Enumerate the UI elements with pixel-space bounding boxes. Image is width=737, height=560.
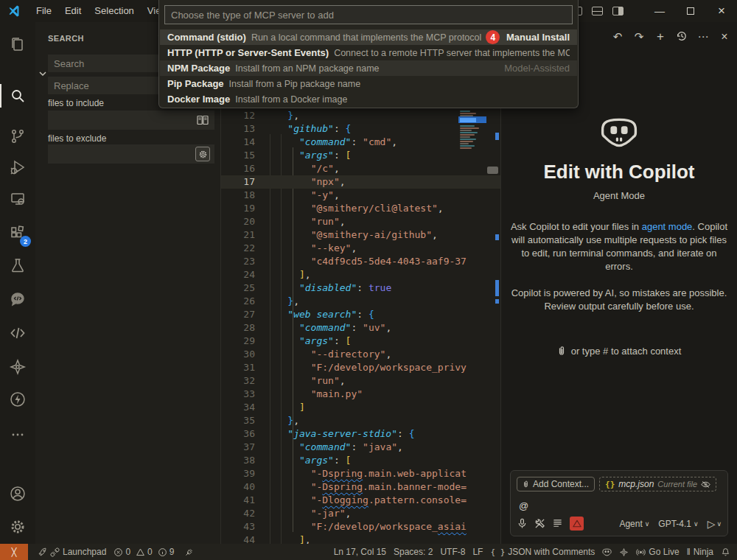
code-line-27[interactable]: 27 "web search": { [221, 308, 501, 321]
editor-scrollbar[interactable] [486, 87, 501, 544]
code-line-42[interactable]: 42 "-jar", [221, 507, 501, 520]
code-line-28[interactable]: 28 "command": "uv", [221, 321, 501, 335]
code-line-29[interactable]: 29 "args": [ [221, 335, 501, 348]
line-number: 43 [221, 520, 255, 533]
remote-indicator[interactable]: ╳ [0, 544, 28, 560]
code-line-38[interactable]: 38 "args": [ [221, 454, 501, 467]
model-picker[interactable]: GPT-4.1∨ [658, 519, 698, 529]
code-line-30[interactable]: 30 "--directory", [221, 348, 501, 361]
add-context-button[interactable]: Add Context... [517, 477, 595, 491]
quickpick-item-pip[interactable]: Pip Package Install from a Pip package n… [160, 76, 577, 91]
code-line-36[interactable]: 36 "java-server-stdio": { [221, 427, 501, 441]
run-debug-icon[interactable] [0, 153, 35, 182]
ninja-status[interactable] [615, 544, 632, 560]
code-line-32[interactable]: 32 "run", [221, 374, 501, 388]
notifications-item[interactable] [717, 544, 734, 560]
code-line-19[interactable]: 19 "@smithery/cli@latest", [221, 202, 501, 215]
quickpick-input[interactable] [164, 5, 573, 24]
code-line-43[interactable]: 43 "F:/develop/workspace_asiai [221, 520, 501, 533]
files-to-include-input[interactable] [48, 111, 214, 130]
close-panel-icon[interactable]: × [718, 30, 731, 43]
code-line-35[interactable]: 35 }, [221, 414, 501, 427]
redo-icon[interactable]: ↷ [632, 30, 646, 43]
toggle-secondary-sidebar-icon[interactable] [612, 7, 624, 15]
history-icon[interactable] [675, 30, 688, 44]
thunder-client-icon[interactable] [0, 385, 35, 414]
new-chat-icon[interactable]: + [654, 29, 667, 44]
copilot-status[interactable] [598, 544, 615, 560]
source-control-icon[interactable] [0, 122, 35, 151]
eol-sequence[interactable]: LF [469, 544, 486, 560]
search-icon[interactable] [0, 81, 35, 111]
quickpick-item-docker[interactable]: Docker Image Install from a Docker image [160, 91, 577, 107]
code-line-22[interactable]: 22 "--key", [221, 242, 501, 255]
open-editors-book-icon[interactable] [196, 113, 209, 130]
code-line-44[interactable]: 44 ], [221, 533, 501, 544]
code-line-20[interactable]: 20 "run", [221, 215, 501, 228]
context-chip-mcp-json[interactable]: {} mcp.json Current file [599, 477, 716, 491]
menu-selection[interactable]: Selection [88, 0, 140, 22]
pause-icon: ‖ [687, 547, 691, 557]
line-number: 33 [221, 388, 255, 401]
language-mode[interactable]: { } JSON with Comments [486, 544, 598, 560]
code-line-39[interactable]: 39 "-Dspring.main.web-applicat [221, 467, 501, 480]
code-brackets-icon[interactable] [0, 318, 35, 348]
eye-off-icon[interactable] [701, 480, 710, 489]
explorer-icon[interactable] [0, 29, 35, 59]
tools-icon[interactable] [534, 518, 545, 529]
menu-file[interactable]: File [29, 0, 58, 22]
code-line-23[interactable]: 23 "c4df9cd5-5de4-4043-aaf9-37 [221, 255, 501, 268]
ports-item[interactable] [181, 544, 198, 560]
chat-code-icon[interactable] [0, 284, 35, 314]
minimap[interactable] [458, 109, 486, 197]
scrollbar-thumb[interactable] [487, 167, 498, 174]
problems-item[interactable]: 0 0 9 [110, 547, 181, 557]
account-icon[interactable] [0, 479, 35, 508]
line-number: 25 [221, 281, 255, 295]
indentation[interactable]: Spaces: 2 [390, 544, 436, 560]
warning-icon[interactable] [570, 517, 584, 531]
chat-input-box[interactable]: Add Context... {} mcp.json Current file … [510, 470, 728, 536]
quickpick-item-http[interactable]: HTTP (HTTP or Server-Sent Events) Connec… [160, 45, 577, 60]
code-line-25[interactable]: 25 "disabled": true [221, 281, 501, 295]
quickpick-item-command-stdio[interactable]: Command (stdio) Run a local command that… [160, 29, 577, 45]
code-line-40[interactable]: 40 "-Dspring.main.banner-mode= [221, 480, 501, 494]
send-button[interactable]: ▷∨ [708, 518, 722, 530]
extensions-icon[interactable]: 2 [0, 219, 35, 248]
mic-icon[interactable] [517, 518, 528, 529]
launchpad-item[interactable]: Launchpad [34, 544, 110, 560]
code-line-37[interactable]: 37 "command": "java", [221, 441, 501, 454]
mcp-servers-icon[interactable] [552, 518, 563, 529]
undo-icon[interactable]: ↶ [611, 30, 624, 43]
code-line-26[interactable]: 26 }, [221, 295, 501, 308]
close-button[interactable]: × [706, 0, 737, 22]
code-line-41[interactable]: 41 "-Dlogging.pattern.console= [221, 494, 501, 507]
code-line-24[interactable]: 24 ], [221, 268, 501, 281]
minimize-button[interactable]: — [644, 0, 675, 22]
menu-edit[interactable]: Edit [58, 0, 88, 22]
chat-typed-text[interactable]: @ [519, 500, 528, 511]
code-line-34[interactable]: 34 ] [221, 401, 501, 414]
encoding[interactable]: UTF-8 [436, 544, 469, 560]
more-actions-icon[interactable]: ⋯ [696, 30, 710, 43]
vscode-logo-icon [7, 4, 21, 18]
ninja-pause-item[interactable]: ‖ Ninja [683, 544, 717, 560]
exclude-settings-gear-icon[interactable] [195, 147, 210, 161]
chevron-down-icon[interactable] [37, 68, 49, 83]
settings-gear-icon[interactable] [0, 512, 35, 542]
maximize-button[interactable] [675, 0, 706, 22]
remote-explorer-icon[interactable] [0, 184, 35, 214]
go-live-item[interactable]: Go Live [632, 544, 682, 560]
toggle-panel-icon[interactable] [592, 7, 603, 15]
more-views-icon[interactable] [0, 420, 35, 449]
code-line-31[interactable]: 31 "F:/develop/workspace_privy [221, 361, 501, 374]
files-to-exclude-input[interactable] [48, 144, 214, 164]
code-line-21[interactable]: 21 "@smithery-ai/github", [221, 228, 501, 242]
code-line-33[interactable]: 33 "main.py" [221, 388, 501, 401]
agent-mode-link[interactable]: agent mode [642, 221, 693, 232]
ninja-icon[interactable] [0, 352, 35, 382]
mode-picker[interactable]: Agent∨ [619, 519, 649, 529]
testing-icon[interactable] [0, 251, 35, 280]
cursor-position[interactable]: Ln 17, Col 15 [330, 544, 390, 560]
quickpick-item-npm[interactable]: NPM Package Install from an NPM package … [160, 60, 577, 76]
